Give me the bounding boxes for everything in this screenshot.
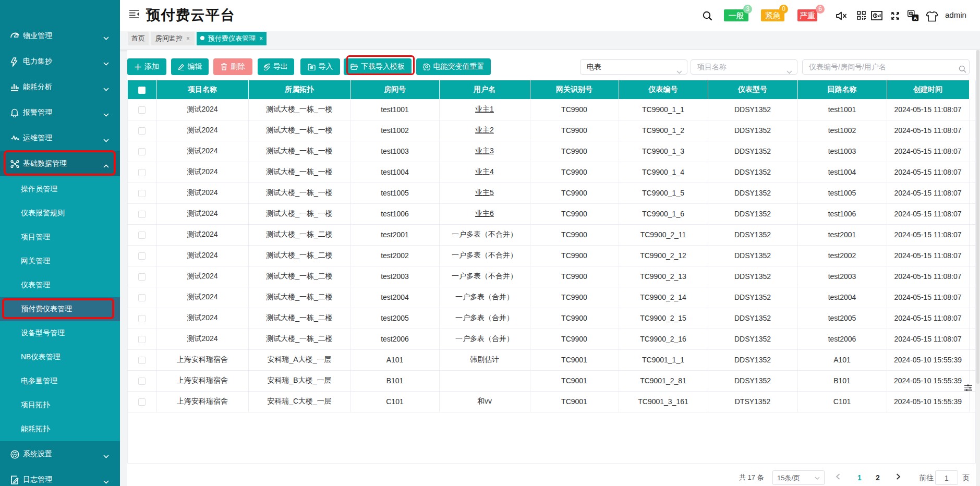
svg-text:A: A — [914, 15, 917, 21]
